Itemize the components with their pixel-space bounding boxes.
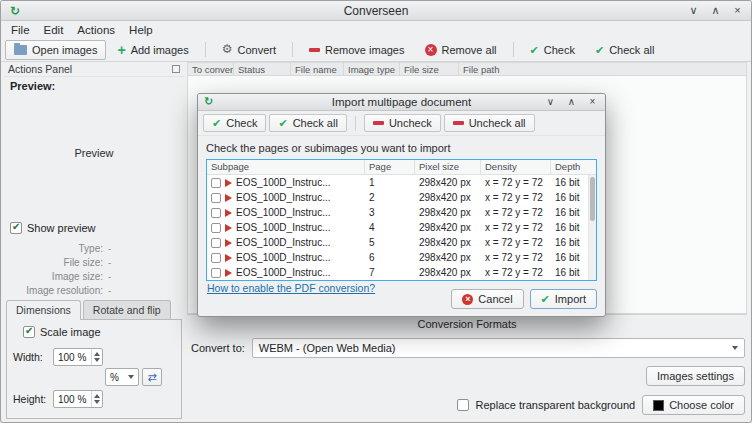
height-spinbox[interactable]: 100 % [53,390,103,408]
dialog-uncheck-all-button[interactable]: Uncheck all [444,114,535,132]
menu-item[interactable]: Actions [70,23,122,37]
remove-all-button[interactable]: Remove all [416,40,506,60]
table-scrollbar[interactable] [588,175,596,280]
page-cell: 6 [365,252,415,263]
dialog-close-icon[interactable] [586,94,599,110]
replace-transparent-checkbox[interactable] [457,399,469,411]
cancel-label: Cancel [478,293,512,305]
dialog-maximize-icon[interactable] [565,94,578,110]
subpage-column-header: Density [481,160,551,174]
info-value: - [108,285,111,296]
scale-image-label: Scale image [40,326,101,338]
color-swatch-icon [653,400,664,411]
subpage-row[interactable]: EOS_100D_Instruc... 7 298x420 px x = 72 … [207,265,596,280]
unit-select[interactable]: % [105,368,139,386]
pdf-icon [225,194,232,202]
show-preview-checkbox[interactable]: Show preview [10,222,95,234]
menu-item[interactable]: Edit [37,23,71,37]
row-checkbox[interactable] [211,253,221,263]
file-table-header: To convertStatusFile nameImage typeFile … [187,62,747,76]
dialog-instruction: Check the pages or subimages you want to… [198,136,605,157]
window-title: Converseen [1,4,751,18]
chevron-down-icon [128,375,134,379]
open-folder-icon [14,45,27,55]
scrollbar-thumb[interactable] [590,177,595,221]
subpage-table: SubpagePagePixel sizeDensityDepth EOS_10… [206,159,597,281]
subpage-name: EOS_100D_Instruc... [236,192,331,203]
info-label: File size: [4,257,108,268]
row-checkbox[interactable] [211,238,221,248]
subpage-table-header: SubpagePagePixel sizeDensityDepth [207,160,596,175]
convert-to-label: Convert to: [191,342,245,354]
dialog-check-all-button[interactable]: Check all [269,114,346,132]
info-value: - [108,243,111,254]
convert-button[interactable]: Convert [213,40,285,60]
page-cell: 3 [365,207,415,218]
uncheck-icon [453,121,464,125]
subpage-row[interactable]: EOS_100D_Instruc... 5 298x420 px x = 72 … [207,235,596,250]
width-value: 100 % [54,352,91,363]
subpage-row[interactable]: EOS_100D_Instruc... 2 298x420 px x = 72 … [207,190,596,205]
preview-area: Preview [4,94,184,212]
tab-dimensions[interactable]: Dimensions [6,300,81,320]
row-checkbox[interactable] [211,178,221,188]
row-checkbox[interactable] [211,193,221,203]
subpage-row[interactable]: EOS_100D_Instruc... 1 298x420 px x = 72 … [207,175,596,190]
remove-images-label: Remove images [325,44,404,56]
add-plus-icon [117,44,125,56]
dialog-uncheck-button[interactable]: Uncheck [364,114,441,132]
remove-all-icon [425,44,437,56]
tab-rotate-and-flip[interactable]: Rotate and flip [83,300,171,320]
open-images-button[interactable]: Open images [5,40,106,60]
scale-image-checkbox[interactable]: Scale image [23,326,101,338]
subpage-name: EOS_100D_Instruc... [236,267,331,278]
remove-images-button[interactable]: Remove images [300,40,413,60]
choose-color-label: Choose color [669,399,734,411]
dialog-check-label: Check [226,117,257,129]
enable-pdf-link[interactable]: How to enable the PDF conversion? [207,282,375,294]
subpage-column-header: Page [365,160,415,174]
maximize-icon[interactable] [709,3,722,18]
checkbox-checked-icon[interactable] [10,222,22,234]
menu-item[interactable]: File [4,23,37,37]
file-table-column-header: To convert [188,63,234,75]
add-images-button[interactable]: Add images [108,40,197,60]
density-cell: x = 72 y = 72 [481,177,551,188]
dialog-check-button[interactable]: Check [203,114,266,132]
minimize-icon[interactable] [687,3,700,18]
menu-item[interactable]: Help [122,23,160,37]
pixel-size-cell: 298x420 px [415,222,481,233]
check-button[interactable]: Check [521,40,584,60]
info-row: Image size: - [4,271,176,282]
row-checkbox[interactable] [211,223,221,233]
page-cell: 7 [365,267,415,278]
subpage-row[interactable]: EOS_100D_Instruc... 4 298x420 px x = 72 … [207,220,596,235]
spinner-arrows-icon[interactable] [91,391,102,407]
main-toolbar: Open images Add images Convert Remove im… [1,38,751,62]
info-label: Type: [4,243,108,254]
row-checkbox[interactable] [211,268,221,278]
float-panel-icon[interactable] [172,65,180,73]
check-all-button[interactable]: Check all [586,40,663,60]
import-button[interactable]: Import [530,289,597,309]
row-checkbox[interactable] [211,208,221,218]
toolbar-separator [355,116,356,131]
dialog-minimize-icon[interactable] [544,94,557,110]
density-cell: x = 72 y = 72 [481,192,551,203]
menubar: FileEditActionsHelp [1,21,751,38]
choose-color-button[interactable]: Choose color [642,395,745,415]
subpage-row[interactable]: EOS_100D_Instruc... 6 298x420 px x = 72 … [207,250,596,265]
checkbox-checked-icon[interactable] [23,326,35,338]
link-dimensions-icon[interactable] [142,368,162,386]
width-spinbox[interactable]: 100 % [53,348,103,366]
close-icon[interactable] [731,3,744,18]
spinner-arrows-icon[interactable] [91,349,102,365]
format-select[interactable]: WEBM - (Open Web Media) [252,338,745,358]
density-cell: x = 72 y = 72 [481,252,551,263]
info-value: - [108,257,111,268]
cancel-button[interactable]: Cancel [451,289,523,309]
images-settings-button[interactable]: Images settings [646,366,745,386]
pixel-size-cell: 298x420 px [415,192,481,203]
subpage-row[interactable]: EOS_100D_Instruc... 3 298x420 px x = 72 … [207,205,596,220]
panel-tabs: Dimensions Rotate and flip [6,300,171,320]
